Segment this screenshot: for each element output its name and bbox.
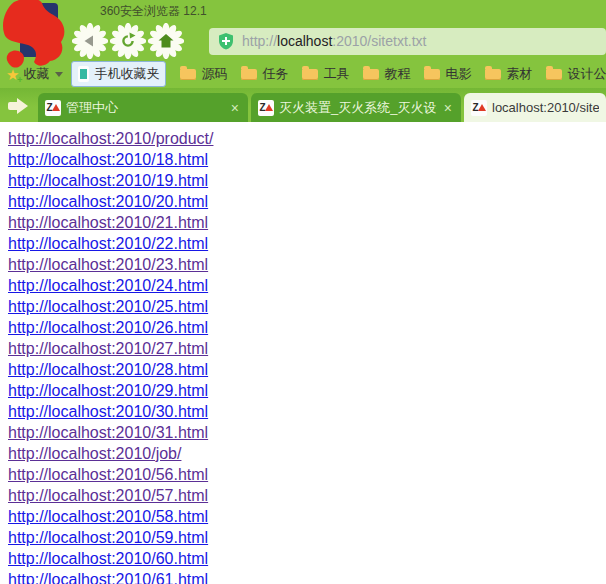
folder-icon [241,69,257,80]
url-link[interactable]: http://localhost:2010/58.html [8,506,208,527]
tab-title: localhost:2010/site [492,100,599,115]
back-flower-icon[interactable] [72,23,108,59]
chevron-down-icon[interactable] [55,72,63,77]
folder-icon [302,69,318,80]
url-link[interactable]: http://localhost:2010/21.html [8,212,208,233]
url-link[interactable]: http://localhost:2010/job/ [8,443,181,464]
tab-title: 管理中心 [66,99,224,117]
browser-chrome: 360安全浏览器 12.1 [0,0,606,88]
refresh-flower-icon[interactable] [110,23,146,59]
bookmark-folder-label: 电影 [445,65,471,83]
bookmark-folder-2[interactable]: 任务 [241,65,288,83]
folder-icon [180,69,196,80]
url-host: localhost [277,33,332,49]
browser-tab-3[interactable]: Zlocalhost:2010/site [464,93,606,122]
folder-icon [485,69,501,80]
bookmark-folder-label: 设计公司 [567,65,606,83]
close-tab-icon[interactable]: × [442,101,454,115]
bookmark-folder-label: 素材 [506,65,532,83]
url-link[interactable]: http://localhost:2010/27.html [8,338,208,359]
favorites-button[interactable]: ★+ 收藏 [6,65,63,83]
mobile-favorites-button[interactable]: 手机收藏夹 [71,61,166,87]
url-link[interactable]: http://localhost:2010/22.html [8,233,208,254]
title-bar: 360安全浏览器 12.1 [0,0,606,22]
favorites-label: 收藏 [23,65,49,83]
address-bar[interactable]: http://localhost:2010/sitetxt.txt [209,28,606,55]
url-path: :2010/sitetxt.txt [332,33,426,49]
za-favicon: Z [258,100,274,116]
url-link[interactable]: http://localhost:2010/19.html [8,170,208,191]
url-text[interactable]: http://localhost:2010/sitetxt.txt [242,33,426,49]
bookmark-folder-3[interactable]: 工具 [302,65,349,83]
home-flower-icon[interactable] [148,23,184,59]
url-link[interactable]: http://localhost:2010/product/ [8,128,213,149]
url-link[interactable]: http://localhost:2010/59.html [8,527,208,548]
url-link[interactable]: http://localhost:2010/18.html [8,149,208,170]
window-title: 360安全浏览器 12.1 [100,4,207,18]
nav-buttons [72,23,184,59]
url-link[interactable]: http://localhost:2010/23.html [8,254,208,275]
tab-bar: Z管理中心×Z灭火装置_灭火系统_灭火设备_灭×Zlocalhost:2010/… [0,88,606,122]
url-link[interactable]: http://localhost:2010/20.html [8,191,208,212]
url-link[interactable]: http://localhost:2010/60.html [8,548,208,569]
url-protocol: http:// [242,33,277,49]
star-plus-icon: ★+ [6,67,19,82]
page-content: http://localhost:2010/product/http://loc… [0,122,606,584]
tab-list: Z管理中心×Z灭火装置_灭火系统_灭火设备_灭×Zlocalhost:2010/… [38,93,606,122]
phone-icon [78,66,89,82]
bookmark-folder-label: 工具 [323,65,349,83]
url-link[interactable]: http://localhost:2010/31.html [8,422,208,443]
url-link[interactable]: http://localhost:2010/26.html [8,317,208,338]
bookmark-folder-7[interactable]: 设计公司 [546,65,606,83]
bookmark-folder-1[interactable]: 源码 [180,65,227,83]
bookmark-folder-6[interactable]: 素材 [485,65,532,83]
bookmark-folder-4[interactable]: 教程 [363,65,410,83]
close-tab-icon[interactable]: × [229,101,241,115]
url-link[interactable]: http://localhost:2010/61.html [8,569,208,584]
browser-window: 360安全浏览器 12.1 [0,0,606,584]
url-link[interactable]: http://localhost:2010/30.html [8,401,208,422]
tab-title: 灭火装置_灭火系统_灭火设备_灭 [279,99,437,117]
bookmark-folder-label: 源码 [201,65,227,83]
browser-tab-2[interactable]: Z灭火装置_灭火系统_灭火设备_灭× [251,93,461,122]
folder-icon [363,69,379,80]
expand-arrow-icon[interactable] [8,98,28,114]
bookmark-folder-label: 任务 [262,65,288,83]
za-favicon: Z [45,100,61,116]
toolbar: http://localhost:2010/sitetxt.txt [0,22,606,60]
folder-icon [546,69,562,80]
browser-tab-1[interactable]: Z管理中心× [38,93,248,122]
za-favicon: Z [471,100,487,116]
folder-icon [424,69,440,80]
bookmark-folder-list: 源码任务工具教程电影素材设计公司常用网址 [180,65,606,83]
shield-plus-icon[interactable] [218,32,234,50]
url-link[interactable]: http://localhost:2010/28.html [8,359,208,380]
url-link[interactable]: http://localhost:2010/56.html [8,464,208,485]
url-link[interactable]: http://localhost:2010/25.html [8,296,208,317]
bookmarks-bar: ★+ 收藏 手机收藏夹 源码任务工具教程电影素材设计公司常用网址 [0,60,606,88]
url-link[interactable]: http://localhost:2010/24.html [8,275,208,296]
mobile-favorites-label: 手机收藏夹 [94,65,159,83]
url-link[interactable]: http://localhost:2010/57.html [8,485,208,506]
bookmark-folder-5[interactable]: 电影 [424,65,471,83]
bookmark-folder-label: 教程 [384,65,410,83]
url-link[interactable]: http://localhost:2010/29.html [8,380,208,401]
